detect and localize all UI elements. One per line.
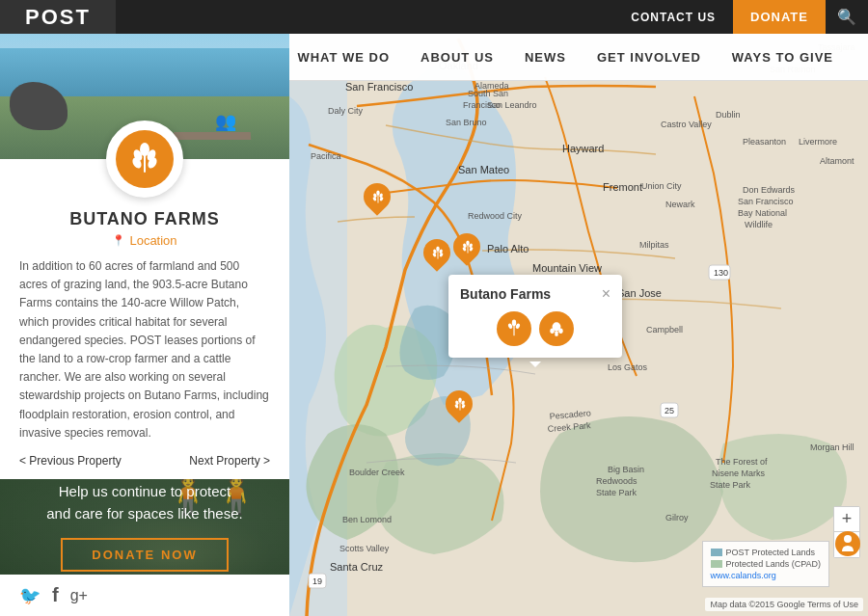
svg-text:Don Edwards: Don Edwards [743, 185, 796, 195]
sidebar-panel: 👥 × BUTANO FARMS Location In addition to… [0, 0, 289, 616]
svg-text:Morgan Hill: Morgan Hill [810, 442, 854, 452]
farm-location[interactable]: Location [19, 233, 270, 248]
nav-item-news[interactable]: NEWS [509, 50, 582, 65]
svg-text:Campbell: Campbell [646, 325, 683, 335]
svg-rect-84 [460, 399, 461, 411]
svg-text:Daly City: Daly City [328, 106, 364, 116]
streetview-icon[interactable] [835, 531, 860, 556]
svg-rect-78 [468, 242, 469, 254]
header: POST CONTACT US DONATE 🔍 [0, 0, 868, 34]
svg-text:Boulder Creek: Boulder Creek [349, 468, 405, 477]
facebook-icon[interactable]: f [52, 584, 59, 606]
map-marker-3[interactable] [451, 233, 482, 272]
svg-text:Castro Valley: Castro Valley [661, 120, 712, 129]
farm-description: In addition to 60 acres of farmland and … [0, 257, 289, 442]
legend-color-post [711, 549, 722, 556]
svg-text:San Francisco: San Francisco [345, 81, 413, 93]
svg-text:Pleasanton: Pleasanton [743, 137, 786, 147]
svg-text:State Park: State Park [596, 488, 637, 497]
map-area: San Francisco Oakland Alameda San Leandr… [289, 0, 868, 616]
previous-property-link[interactable]: Previous Property [19, 454, 122, 468]
farm-name: BUTANO FARMS [19, 209, 270, 229]
popup-title: Butano Farms [460, 286, 551, 302]
map-legend: POST Protected Lands Protected Lands (CP… [702, 541, 829, 587]
popup-icons [460, 311, 610, 346]
nav-item-about-us[interactable]: ABOUT US [405, 50, 509, 65]
popup-close-button[interactable]: × [602, 286, 610, 302]
legend-url[interactable]: www.calands.org [711, 571, 821, 580]
contact-us-link[interactable]: CONTACT US [613, 11, 733, 24]
svg-text:19: 19 [312, 576, 322, 586]
svg-text:State Park: State Park [710, 480, 751, 490]
svg-text:Scotts Valley: Scotts Valley [339, 544, 390, 553]
next-property-link[interactable]: Next Property [189, 454, 270, 468]
svg-point-90 [550, 328, 554, 334]
svg-text:Francisco: Francisco [463, 100, 501, 110]
svg-text:Santa Cruz: Santa Cruz [330, 561, 384, 573]
svg-text:San Francisco: San Francisco [738, 197, 794, 206]
svg-text:Milpitas: Milpitas [639, 240, 669, 250]
svg-rect-88 [513, 322, 514, 335]
nav-item-what-we-do[interactable]: WHAT WE DO [282, 50, 405, 65]
svg-text:130: 130 [714, 268, 728, 278]
farm-info: BUTANO FARMS Location [0, 198, 289, 257]
svg-text:Union City: Union City [641, 181, 682, 191]
legend-label-cpad: Protected Lands (CPAD) [726, 559, 821, 569]
popup-header: Butano Farms × [460, 286, 610, 302]
logo: POST [0, 0, 116, 34]
map-popup: Butano Farms × [448, 275, 622, 358]
svg-text:San Bruno: San Bruno [446, 118, 487, 127]
svg-text:Redwood City: Redwood City [468, 211, 523, 221]
legend-label-post: POST Protected Lands [726, 548, 815, 557]
social-icons-bar: 🐦 f g+ [0, 575, 289, 616]
svg-text:Hayward: Hayward [562, 143, 604, 154]
svg-text:Newark: Newark [665, 200, 695, 209]
twitter-icon[interactable]: 🐦 [19, 585, 41, 606]
people-decoration: 👥 [215, 111, 236, 132]
svg-point-91 [558, 328, 562, 334]
svg-point-93 [844, 535, 852, 543]
svg-text:Gilroy: Gilroy [665, 513, 689, 522]
svg-rect-92 [555, 331, 557, 336]
svg-text:Redwoods: Redwoods [596, 476, 637, 486]
svg-text:Pescadero: Pescadero [549, 408, 591, 421]
header-links: CONTACT US DONATE 🔍 [613, 0, 868, 34]
svg-text:Bay National: Bay National [738, 208, 787, 218]
svg-text:Ben Lomond: Ben Lomond [342, 515, 392, 524]
legend-item-post: POST Protected Lands [711, 548, 821, 557]
svg-text:Altamont: Altamont [820, 156, 854, 166]
donate-section: 🧍🧍 Help us continue to protectand care f… [0, 479, 289, 575]
donate-now-button[interactable]: DONATE NOW [61, 538, 228, 572]
property-nav-links: Previous Property Next Property [0, 442, 289, 479]
svg-rect-5 [144, 147, 146, 173]
map-background: San Francisco Oakland Alameda San Leandr… [289, 0, 868, 616]
svg-text:Wildlife: Wildlife [745, 220, 773, 229]
svg-text:Pacifica: Pacifica [311, 151, 341, 161]
search-icon[interactable]: 🔍 [826, 8, 868, 26]
map-marker-4[interactable] [444, 390, 475, 429]
svg-text:South San: South San [468, 89, 508, 98]
svg-text:The Forest of: The Forest of [716, 457, 768, 467]
legend-item-cpad: Protected Lands (CPAD) [711, 559, 821, 569]
googleplus-icon[interactable]: g+ [70, 587, 88, 604]
svg-text:San Mateo: San Mateo [458, 164, 509, 175]
map-marker-1[interactable] [362, 183, 393, 222]
navigation: WHAT WE DO ABOUT US NEWS GET INVOLVED WA… [289, 34, 868, 81]
popup-farm-icon[interactable] [497, 311, 531, 346]
svg-text:Mountain View: Mountain View [532, 262, 602, 274]
zoom-in-button[interactable]: + [834, 507, 859, 532]
svg-text:Fremont: Fremont [603, 181, 642, 193]
nav-item-get-involved[interactable]: GET INVOLVED [582, 50, 717, 65]
svg-text:Big Basin: Big Basin [608, 465, 644, 474]
nav-item-ways-to-give[interactable]: WAYS TO GIVE [717, 50, 849, 65]
svg-text:Nisene Marks: Nisene Marks [712, 469, 766, 478]
svg-text:Dublin: Dublin [716, 110, 741, 120]
attribution-text: Map data ©2015 Google Terms of Use [710, 600, 858, 609]
svg-text:Palo Alto: Palo Alto [487, 243, 529, 254]
donate-button[interactable]: DONATE [733, 0, 826, 34]
farm-logo-circle [106, 121, 183, 198]
popup-cattle-icon[interactable] [539, 311, 574, 346]
map-marker-2[interactable] [421, 239, 452, 278]
svg-text:Livermore: Livermore [799, 137, 837, 147]
svg-text:Los Gatos: Los Gatos [608, 362, 648, 372]
